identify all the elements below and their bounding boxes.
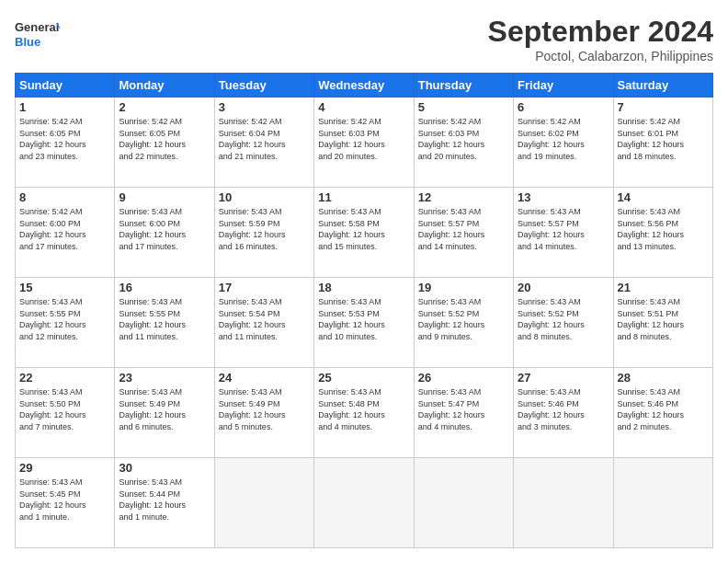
day-info: Sunrise: 5:43 AM Sunset: 5:46 PM Dayligh… <box>618 386 709 432</box>
calendar-day-9: 9Sunrise: 5:43 AM Sunset: 6:00 PM Daylig… <box>115 188 214 278</box>
svg-text:General: General <box>15 20 59 34</box>
logo-svg: General Blue <box>15 15 61 52</box>
day-info: Sunrise: 5:43 AM Sunset: 5:53 PM Dayligh… <box>318 296 409 342</box>
calendar-day-2: 2Sunrise: 5:42 AM Sunset: 6:05 PM Daylig… <box>115 98 214 188</box>
day-info: Sunrise: 5:43 AM Sunset: 5:54 PM Dayligh… <box>219 296 310 342</box>
calendar-day-21: 21Sunrise: 5:43 AM Sunset: 5:51 PM Dayli… <box>613 278 712 368</box>
day-info: Sunrise: 5:42 AM Sunset: 6:03 PM Dayligh… <box>418 116 509 162</box>
calendar-table: SundayMondayTuesdayWednesdayThursdayFrid… <box>15 73 713 548</box>
calendar-day-19: 19Sunrise: 5:43 AM Sunset: 5:52 PM Dayli… <box>414 278 513 368</box>
calendar-day-5: 5Sunrise: 5:42 AM Sunset: 6:03 PM Daylig… <box>414 98 513 188</box>
calendar-day-3: 3Sunrise: 5:42 AM Sunset: 6:04 PM Daylig… <box>214 98 313 188</box>
day-info: Sunrise: 5:43 AM Sunset: 5:56 PM Dayligh… <box>618 206 709 252</box>
calendar-day-22: 22Sunrise: 5:43 AM Sunset: 5:50 PM Dayli… <box>16 368 115 458</box>
day-info: Sunrise: 5:43 AM Sunset: 5:44 PM Dayligh… <box>119 477 210 523</box>
day-number: 18 <box>318 281 409 294</box>
day-number: 19 <box>418 281 509 294</box>
header: General Blue September 2024 Poctol, Cala… <box>15 15 713 63</box>
day-number: 16 <box>119 281 210 294</box>
month-title: September 2024 <box>488 15 713 49</box>
day-number: 9 <box>119 190 210 204</box>
calendar-day-29: 29Sunrise: 5:43 AM Sunset: 5:45 PM Dayli… <box>16 458 115 548</box>
day-info: Sunrise: 5:43 AM Sunset: 5:51 PM Dayligh… <box>618 296 709 342</box>
day-number: 21 <box>618 281 709 294</box>
calendar-day-17: 17Sunrise: 5:43 AM Sunset: 5:54 PM Dayli… <box>214 278 313 368</box>
calendar-day-empty <box>214 458 313 548</box>
calendar-day-empty <box>414 458 513 548</box>
calendar-day-empty <box>613 458 712 548</box>
day-info: Sunrise: 5:43 AM Sunset: 5:52 PM Dayligh… <box>518 296 609 342</box>
day-info: Sunrise: 5:42 AM Sunset: 6:00 PM Dayligh… <box>19 206 110 252</box>
day-number: 10 <box>219 190 310 204</box>
day-info: Sunrise: 5:42 AM Sunset: 6:03 PM Dayligh… <box>318 116 409 162</box>
calendar-day-8: 8Sunrise: 5:42 AM Sunset: 6:00 PM Daylig… <box>16 188 115 278</box>
calendar-weekday-monday: Monday <box>115 74 214 98</box>
calendar-week-3: 15Sunrise: 5:43 AM Sunset: 5:55 PM Dayli… <box>16 278 713 368</box>
day-info: Sunrise: 5:43 AM Sunset: 5:52 PM Dayligh… <box>418 296 509 342</box>
day-info: Sunrise: 5:43 AM Sunset: 5:45 PM Dayligh… <box>19 477 110 523</box>
calendar-day-empty <box>314 458 414 548</box>
calendar-day-6: 6Sunrise: 5:42 AM Sunset: 6:02 PM Daylig… <box>514 98 613 188</box>
day-number: 12 <box>418 190 509 204</box>
day-number: 24 <box>219 371 310 385</box>
calendar-day-26: 26Sunrise: 5:43 AM Sunset: 5:47 PM Dayli… <box>414 368 513 458</box>
day-number: 23 <box>119 371 210 385</box>
calendar-day-4: 4Sunrise: 5:42 AM Sunset: 6:03 PM Daylig… <box>314 98 414 188</box>
svg-text:Blue: Blue <box>15 35 40 49</box>
day-number: 17 <box>219 281 310 294</box>
calendar-day-13: 13Sunrise: 5:43 AM Sunset: 5:57 PM Dayli… <box>514 188 613 278</box>
day-number: 15 <box>19 281 110 294</box>
logo: General Blue <box>15 15 61 52</box>
calendar-day-25: 25Sunrise: 5:43 AM Sunset: 5:48 PM Dayli… <box>314 368 414 458</box>
calendar-day-23: 23Sunrise: 5:43 AM Sunset: 5:49 PM Dayli… <box>115 368 214 458</box>
day-number: 30 <box>119 461 210 475</box>
calendar-week-4: 22Sunrise: 5:43 AM Sunset: 5:50 PM Dayli… <box>16 368 713 458</box>
day-info: Sunrise: 5:43 AM Sunset: 5:49 PM Dayligh… <box>219 386 310 432</box>
day-number: 1 <box>19 100 110 114</box>
calendar-week-1: 1Sunrise: 5:42 AM Sunset: 6:05 PM Daylig… <box>16 98 713 188</box>
calendar-weekday-thursday: Thursday <box>414 74 513 98</box>
day-number: 3 <box>219 100 310 114</box>
calendar-week-2: 8Sunrise: 5:42 AM Sunset: 6:00 PM Daylig… <box>16 188 713 278</box>
day-info: Sunrise: 5:43 AM Sunset: 5:57 PM Dayligh… <box>518 206 609 252</box>
day-number: 20 <box>518 281 609 294</box>
day-info: Sunrise: 5:43 AM Sunset: 5:55 PM Dayligh… <box>119 296 210 342</box>
calendar-day-30: 30Sunrise: 5:43 AM Sunset: 5:44 PM Dayli… <box>115 458 214 548</box>
calendar-day-10: 10Sunrise: 5:43 AM Sunset: 5:59 PM Dayli… <box>214 188 313 278</box>
day-number: 4 <box>318 100 409 114</box>
day-number: 29 <box>19 461 110 475</box>
day-number: 6 <box>518 100 609 114</box>
day-info: Sunrise: 5:43 AM Sunset: 5:58 PM Dayligh… <box>318 206 409 252</box>
day-info: Sunrise: 5:42 AM Sunset: 6:05 PM Dayligh… <box>119 116 210 162</box>
day-number: 25 <box>318 371 409 385</box>
day-info: Sunrise: 5:43 AM Sunset: 5:47 PM Dayligh… <box>418 386 509 432</box>
page: General Blue September 2024 Poctol, Cala… <box>0 0 728 563</box>
day-number: 7 <box>618 100 709 114</box>
day-info: Sunrise: 5:43 AM Sunset: 5:55 PM Dayligh… <box>19 296 110 342</box>
title-block: September 2024 Poctol, Calabarzon, Phili… <box>488 15 713 63</box>
calendar-day-14: 14Sunrise: 5:43 AM Sunset: 5:56 PM Dayli… <box>613 188 712 278</box>
calendar-day-11: 11Sunrise: 5:43 AM Sunset: 5:58 PM Dayli… <box>314 188 414 278</box>
day-number: 5 <box>418 100 509 114</box>
day-info: Sunrise: 5:42 AM Sunset: 6:01 PM Dayligh… <box>618 116 709 162</box>
calendar-day-28: 28Sunrise: 5:43 AM Sunset: 5:46 PM Dayli… <box>613 368 712 458</box>
calendar-day-7: 7Sunrise: 5:42 AM Sunset: 6:01 PM Daylig… <box>613 98 712 188</box>
calendar-weekday-sunday: Sunday <box>16 74 115 98</box>
day-number: 11 <box>318 190 409 204</box>
calendar-day-empty <box>514 458 613 548</box>
calendar-week-5: 29Sunrise: 5:43 AM Sunset: 5:45 PM Dayli… <box>16 458 713 548</box>
day-info: Sunrise: 5:43 AM Sunset: 5:50 PM Dayligh… <box>19 386 110 432</box>
day-info: Sunrise: 5:42 AM Sunset: 6:04 PM Dayligh… <box>219 116 310 162</box>
calendar-day-18: 18Sunrise: 5:43 AM Sunset: 5:53 PM Dayli… <box>314 278 414 368</box>
calendar-weekday-wednesday: Wednesday <box>314 74 414 98</box>
day-number: 26 <box>418 371 509 385</box>
day-info: Sunrise: 5:43 AM Sunset: 5:49 PM Dayligh… <box>119 386 210 432</box>
calendar-day-16: 16Sunrise: 5:43 AM Sunset: 5:55 PM Dayli… <box>115 278 214 368</box>
calendar-day-15: 15Sunrise: 5:43 AM Sunset: 5:55 PM Dayli… <box>16 278 115 368</box>
day-number: 2 <box>119 100 210 114</box>
day-number: 22 <box>19 371 110 385</box>
day-number: 27 <box>518 371 609 385</box>
day-info: Sunrise: 5:43 AM Sunset: 6:00 PM Dayligh… <box>119 206 210 252</box>
calendar-day-24: 24Sunrise: 5:43 AM Sunset: 5:49 PM Dayli… <box>214 368 313 458</box>
day-number: 8 <box>19 190 110 204</box>
